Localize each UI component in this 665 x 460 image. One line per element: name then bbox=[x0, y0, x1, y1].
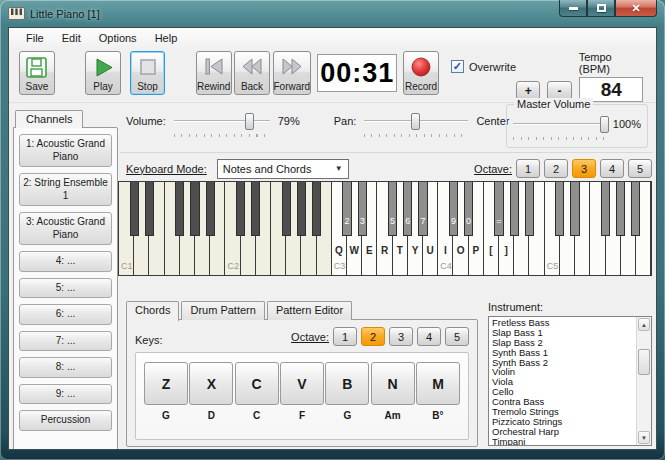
piano-black-key[interactable] bbox=[297, 182, 306, 236]
octave-button-2[interactable]: 2 bbox=[361, 327, 385, 346]
octave-button-1[interactable]: 1 bbox=[516, 159, 540, 178]
tab-channels[interactable]: Channels bbox=[15, 110, 83, 128]
volume-slider-track[interactable] bbox=[174, 120, 270, 122]
forward-button[interactable]: Forward bbox=[273, 51, 312, 95]
overwrite-checkbox[interactable]: ✓ bbox=[451, 60, 464, 73]
piano-black-key[interactable] bbox=[525, 182, 534, 236]
piano-black-key[interactable] bbox=[312, 182, 321, 236]
scroll-up-button[interactable]: ▲ bbox=[638, 318, 650, 331]
channel-button[interactable]: 5: ... bbox=[19, 278, 112, 299]
timer-display: 00:31 bbox=[317, 54, 397, 92]
keyboard-mode-select[interactable]: Notes and Chords ▼ bbox=[217, 159, 349, 179]
minimize-button[interactable] bbox=[559, 0, 587, 17]
piano-black-key[interactable] bbox=[251, 182, 260, 236]
instrument-scrollbar[interactable]: ▲ ▼ bbox=[636, 317, 651, 445]
chord-key-button-x[interactable]: X bbox=[189, 362, 233, 405]
chord-key-button-v[interactable]: V bbox=[280, 362, 324, 405]
channel-button[interactable]: 3: Acoustic Grand Piano bbox=[19, 212, 112, 245]
volume-slider-thumb[interactable] bbox=[245, 113, 254, 130]
play-button[interactable]: Play bbox=[85, 51, 121, 95]
piano-black-key[interactable]: 6 bbox=[403, 182, 412, 236]
piano-black-key[interactable] bbox=[206, 182, 215, 236]
volume-slider[interactable] bbox=[174, 112, 270, 130]
channel-button[interactable]: 8: ... bbox=[19, 357, 112, 378]
chord-key-button-b[interactable]: B bbox=[325, 362, 369, 405]
octave-button-3[interactable]: 3 bbox=[389, 327, 413, 346]
maximize-button[interactable] bbox=[587, 0, 615, 17]
piano-black-key[interactable]: = bbox=[494, 182, 503, 236]
octave-button-3[interactable]: 3 bbox=[572, 159, 596, 178]
mixer-row: Volume: 79% Pan: bbox=[118, 104, 654, 152]
master-volume-slider-track[interactable] bbox=[513, 123, 605, 125]
octave-button-2[interactable]: 2 bbox=[544, 159, 568, 178]
channel-button[interactable]: 4: ... bbox=[19, 251, 112, 272]
titlebar[interactable]: Little Piano [1] ✕ bbox=[0, 0, 665, 27]
piano-black-key[interactable] bbox=[570, 182, 579, 236]
stop-button[interactable]: Stop bbox=[130, 51, 166, 95]
maximize-icon bbox=[597, 4, 606, 12]
black-key-shortcut-label: 3 bbox=[360, 216, 365, 226]
channel-button[interactable]: 7: ... bbox=[19, 331, 112, 352]
piano-black-key[interactable]: 3 bbox=[358, 182, 367, 236]
keyboard-mode-row: Keyboard Mode: Notes and Chords ▼ Octave… bbox=[118, 153, 654, 180]
piano-black-key[interactable]: 5 bbox=[388, 182, 397, 236]
save-button[interactable]: Save bbox=[19, 51, 55, 95]
menu-item-file[interactable]: File bbox=[17, 29, 53, 47]
octave-button-4[interactable]: 4 bbox=[417, 327, 441, 346]
chord-name-label: G bbox=[343, 410, 351, 421]
close-button[interactable]: ✕ bbox=[615, 0, 657, 17]
piano-black-key[interactable]: 7 bbox=[418, 182, 427, 236]
octave-button-1[interactable]: 1 bbox=[333, 327, 357, 346]
tab-chords[interactable]: Chords bbox=[126, 301, 179, 321]
white-key-shortcut-label: ] bbox=[499, 245, 513, 256]
menu-item-help[interactable]: Help bbox=[146, 29, 187, 47]
piano-black-key[interactable] bbox=[616, 182, 625, 236]
record-button[interactable]: Record bbox=[403, 51, 439, 95]
piano-black-key[interactable]: 2 bbox=[342, 182, 351, 236]
piano-black-key[interactable] bbox=[175, 182, 184, 236]
pan-label: Pan: bbox=[334, 115, 357, 127]
rewind-button[interactable]: Rewind bbox=[196, 51, 232, 95]
piano-black-key[interactable] bbox=[282, 182, 291, 236]
pan-slider[interactable] bbox=[364, 112, 468, 130]
chord-key-button-m[interactable]: M bbox=[416, 362, 460, 405]
piano-black-key[interactable] bbox=[130, 182, 139, 236]
back-label: Back bbox=[241, 81, 263, 92]
channel-button[interactable]: 6: ... bbox=[19, 304, 112, 325]
chord-key-button-n[interactable]: N bbox=[371, 362, 415, 405]
chord-key-button-c[interactable]: C bbox=[235, 362, 279, 405]
instrument-list-item[interactable]: Timpani bbox=[490, 437, 635, 446]
menu-item-edit[interactable]: Edit bbox=[53, 29, 90, 47]
chord-name-label: Am bbox=[385, 410, 401, 421]
piano-black-key[interactable] bbox=[555, 182, 564, 236]
tab-drum-pattern[interactable]: Drum Pattern bbox=[181, 301, 264, 320]
tab-pattern-editor[interactable]: Pattern Editor bbox=[267, 301, 352, 320]
channel-button[interactable]: Percussion bbox=[19, 410, 112, 431]
back-button[interactable]: Back bbox=[234, 51, 270, 95]
piano-black-key[interactable]: 0 bbox=[464, 182, 473, 236]
instrument-label: Instrument: bbox=[488, 301, 652, 316]
octave-c-label: C5 bbox=[547, 261, 559, 271]
channel-button[interactable]: 1: Acoustic Grand Piano bbox=[19, 134, 112, 167]
piano-black-key[interactable] bbox=[190, 182, 199, 236]
master-volume-slider[interactable] bbox=[513, 115, 605, 133]
octave-button-5[interactable]: 5 bbox=[445, 327, 469, 346]
menu-item-options[interactable]: Options bbox=[90, 29, 146, 47]
master-volume-slider-thumb[interactable] bbox=[600, 116, 609, 133]
scroll-down-button[interactable]: ▼ bbox=[638, 431, 650, 444]
channel-button[interactable]: 9: ... bbox=[19, 384, 112, 405]
octave-button-4[interactable]: 4 bbox=[600, 159, 624, 178]
chord-key-button-z[interactable]: Z bbox=[144, 362, 188, 405]
volume-slider-ticks bbox=[174, 134, 270, 137]
instrument-listbox[interactable]: Fretless BassSlap Bass 1Slap Bass 2Synth… bbox=[488, 316, 652, 446]
piano-black-key[interactable] bbox=[145, 182, 154, 236]
scrollbar-thumb[interactable] bbox=[638, 349, 650, 375]
piano-black-key[interactable] bbox=[236, 182, 245, 236]
piano-black-key[interactable] bbox=[631, 182, 640, 236]
piano-black-key[interactable] bbox=[510, 182, 519, 236]
pan-slider-thumb[interactable] bbox=[411, 113, 420, 130]
piano-black-key[interactable] bbox=[601, 182, 610, 236]
channel-button[interactable]: 2: String Ensemble 1 bbox=[19, 173, 112, 206]
piano-black-key[interactable]: 9 bbox=[449, 182, 458, 236]
octave-button-5[interactable]: 5 bbox=[628, 159, 652, 178]
